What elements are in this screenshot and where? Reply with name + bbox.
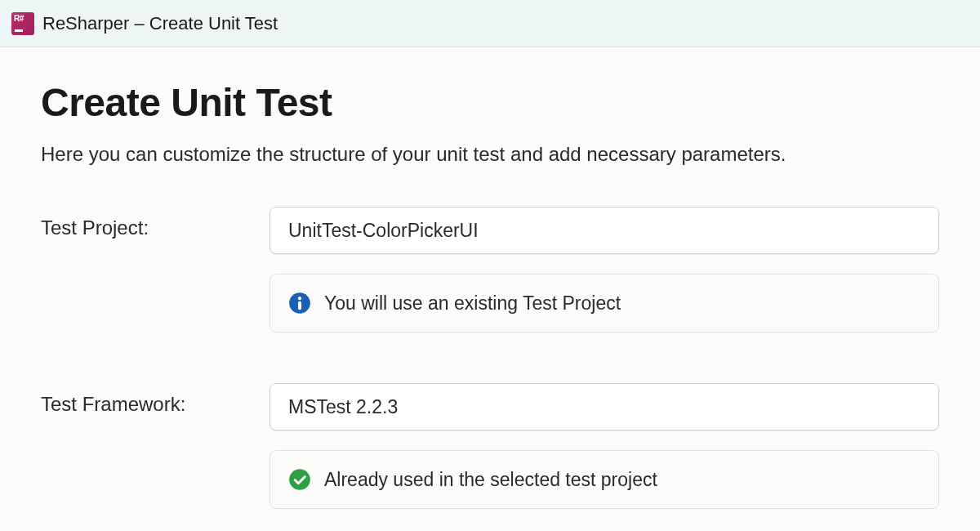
test-framework-row: Test Framework: Already used in the sele… xyxy=(41,383,939,509)
window-title: ReSharper – Create Unit Test xyxy=(42,13,278,34)
resharper-icon: R# xyxy=(11,12,34,35)
page-subtitle: Here you can customize the structure of … xyxy=(41,143,939,166)
content-area: Create Unit Test Here you can customize … xyxy=(0,47,980,509)
test-project-hint-box: You will use an existing Test Project xyxy=(270,274,939,332)
test-framework-hint-text: Already used in the selected test projec… xyxy=(324,469,657,491)
titlebar: R# ReSharper – Create Unit Test xyxy=(0,0,980,47)
test-framework-input[interactable] xyxy=(270,383,939,431)
test-project-hint-text: You will use an existing Test Project xyxy=(324,292,621,315)
check-circle-icon xyxy=(288,468,311,491)
test-framework-hint-box: Already used in the selected test projec… xyxy=(270,450,939,509)
test-framework-label: Test Framework: xyxy=(41,383,270,416)
test-project-row: Test Project: You will use an existing T… xyxy=(41,207,939,332)
page-title: Create Unit Test xyxy=(41,80,939,125)
svg-rect-2 xyxy=(298,301,301,310)
test-project-label: Test Project: xyxy=(41,207,270,239)
svg-point-1 xyxy=(298,297,301,300)
info-icon xyxy=(288,292,311,315)
test-project-input[interactable] xyxy=(270,207,939,254)
svg-point-3 xyxy=(289,469,310,490)
app-icon-label: R# xyxy=(14,14,24,23)
